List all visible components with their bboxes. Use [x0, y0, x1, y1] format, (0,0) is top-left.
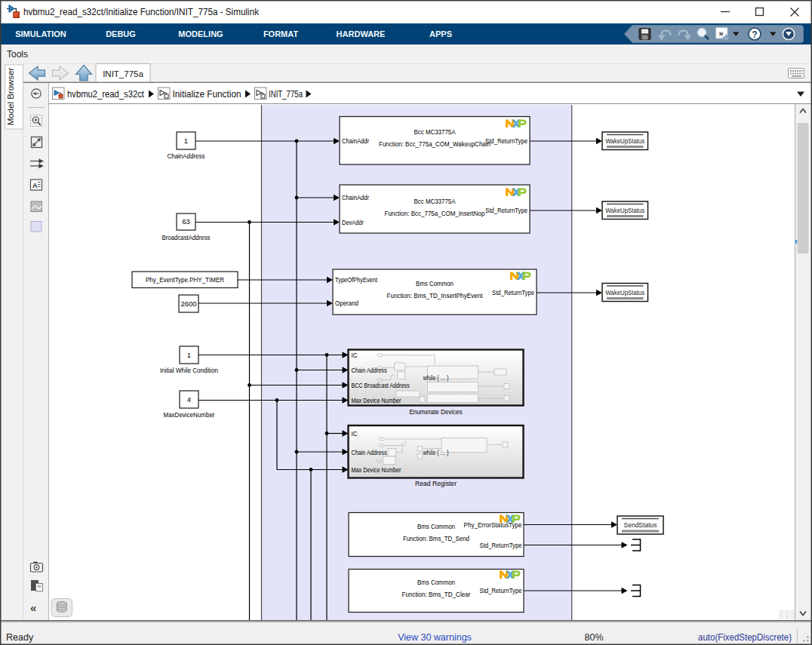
- svg-text:Max Device Number: Max Device Number: [352, 397, 401, 404]
- svg-text:SIMULATION: SIMULATION: [15, 29, 66, 38]
- svg-text:Bms Common: Bms Common: [416, 280, 454, 287]
- svg-text:BroadcastAddress: BroadcastAddress: [162, 233, 211, 241]
- svg-text:Phy_EventType.PHY_TIMER: Phy_EventType.PHY_TIMER: [146, 275, 224, 284]
- svg-text:while ( ... ): while ( ... ): [423, 448, 449, 456]
- svg-text:FORMAT: FORMAT: [263, 29, 299, 38]
- svg-text:WakeUpStatus: WakeUpStatus: [605, 289, 644, 296]
- svg-text:DEBUG: DEBUG: [106, 29, 136, 38]
- svg-text:TypeOfPhyEvent: TypeOfPhyEvent: [335, 276, 377, 284]
- svg-text:Function: Bms_TD_InsertPhyEven: Function: Bms_TD_InsertPhyEvent: [387, 292, 483, 299]
- svg-text:IC: IC: [352, 352, 358, 359]
- svg-text:hvbmu2_read_s32ct/Initialize F: hvbmu2_read_s32ct/Initialize Function/IN…: [23, 7, 260, 17]
- svg-text:Initialize Function: Initialize Function: [173, 89, 241, 100]
- svg-text:DevAddr: DevAddr: [342, 219, 364, 226]
- svg-text:Bcc MC33775A: Bcc MC33775A: [414, 128, 456, 136]
- svg-text:Enumerate Devices: Enumerate Devices: [410, 407, 463, 416]
- svg-text:SendStatus: SendStatus: [624, 521, 657, 529]
- svg-text:Std_ReturnType: Std_ReturnType: [485, 207, 527, 214]
- svg-text:MODELING: MODELING: [178, 29, 223, 38]
- svg-text:Max Device Number: Max Device Number: [352, 466, 401, 474]
- svg-text:Function: Bms_TD_Clear: Function: Bms_TD_Clear: [402, 591, 471, 598]
- svg-text:WakeUpStatus: WakeUpStatus: [605, 137, 644, 145]
- svg-text:Std_ReturnType: Std_ReturnType: [480, 587, 522, 594]
- svg-text:ChainAddress: ChainAddress: [168, 152, 205, 160]
- svg-text:Bms Common: Bms Common: [417, 523, 455, 530]
- svg-text:HARDWARE: HARDWARE: [337, 29, 386, 38]
- svg-text:ChainAddr: ChainAddr: [342, 194, 369, 201]
- svg-text:View 30 warnings: View 30 warnings: [398, 632, 472, 643]
- svg-text:Read Register: Read Register: [415, 479, 457, 487]
- svg-text:INIT_775a: INIT_775a: [103, 69, 143, 78]
- svg-text:IC: IC: [352, 430, 358, 438]
- svg-text:BCC Broadcast Address: BCC Broadcast Address: [352, 382, 410, 389]
- svg-text:2600: 2600: [181, 299, 197, 308]
- svg-text:»: »: [718, 29, 723, 38]
- svg-text:Chain Address: Chain Address: [352, 449, 387, 456]
- svg-text:Std_ReturnType: Std_ReturnType: [492, 289, 534, 296]
- svg-text:Chain Address: Chain Address: [352, 367, 387, 374]
- svg-text:APPS: APPS: [429, 29, 452, 38]
- svg-text:Function: Bcc_775a_COM_InsertN: Function: Bcc_775a_COM_InsertNop: [385, 210, 485, 217]
- svg-text:80%: 80%: [584, 632, 603, 643]
- svg-text:1: 1: [184, 137, 188, 145]
- svg-text:Std_ReturnType: Std_ReturnType: [485, 137, 527, 145]
- svg-text:Function: Bms_TD_Send: Function: Bms_TD_Send: [403, 535, 469, 542]
- svg-text:Function: Bcc_775a_COM_WakeupC: Function: Bcc_775a_COM_WakeupChain: [379, 140, 491, 148]
- svg-text:ChainAddr: ChainAddr: [342, 137, 369, 145]
- svg-text:Std_ReturnType: Std_ReturnType: [480, 542, 522, 549]
- svg-text:4: 4: [187, 395, 191, 404]
- svg-text:auto(FixedStepDiscrete): auto(FixedStepDiscrete): [698, 632, 792, 643]
- svg-text:Operand: Operand: [335, 299, 358, 307]
- svg-text:Phy_ErrorStatusType: Phy_ErrorStatusType: [464, 521, 522, 529]
- svg-text:INIT_775a: INIT_775a: [269, 89, 303, 100]
- svg-text:Ready: Ready: [6, 632, 34, 643]
- svg-text:1: 1: [187, 351, 191, 359]
- svg-text:MaxDeviceNumber: MaxDeviceNumber: [164, 410, 215, 419]
- svg-text:WakeUpStatus: WakeUpStatus: [605, 207, 644, 214]
- svg-text:hvbmu2_read_s32ct: hvbmu2_read_s32ct: [67, 89, 144, 100]
- svg-text:Bcc MC33775A: Bcc MC33775A: [414, 198, 456, 205]
- svg-text:while ( ... ): while ( ... ): [423, 373, 449, 382]
- svg-text:?: ?: [752, 29, 757, 40]
- svg-text:Model Browser: Model Browser: [6, 67, 15, 125]
- svg-text:63: 63: [182, 217, 190, 226]
- svg-text:A: A: [32, 182, 38, 189]
- svg-text:Bms Common: Bms Common: [417, 579, 455, 586]
- svg-text:«: «: [30, 601, 36, 614]
- svg-text:Initial While Condition: Initial While Condition: [160, 366, 218, 374]
- svg-text:Tools: Tools: [7, 49, 28, 60]
